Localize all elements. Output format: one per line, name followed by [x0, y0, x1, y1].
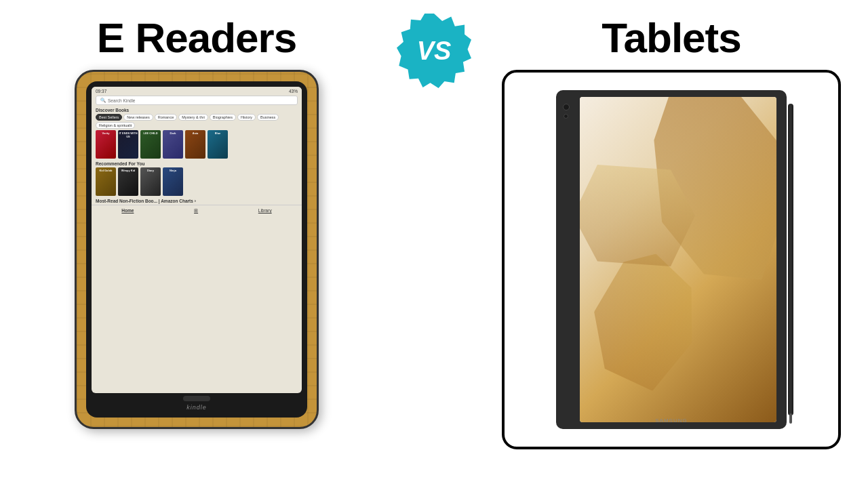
ereaders-title: E Readers	[97, 14, 296, 62]
tag-bestsellers[interactable]: Best Sellers	[96, 114, 122, 121]
kindle-search-placeholder: Search Kindle	[108, 98, 135, 103]
kindle-books-row1: Verity IT ENDS WITH US LEE CHILD Dark As	[92, 130, 302, 160]
book-6[interactable]: Blue	[208, 130, 228, 159]
kindle-inner: 09:37 43% 🔍 Search Kindle Discover Books…	[86, 81, 307, 418]
book-4[interactable]: Dark	[163, 130, 183, 159]
vs-label: VS	[417, 37, 452, 66]
search-icon: 🔍	[100, 98, 106, 103]
tablet-wallpaper	[580, 97, 776, 422]
book-1[interactable]: Verity	[96, 130, 116, 159]
book-3[interactable]: LEE CHILD	[140, 130, 161, 159]
kindle-tags: Best Sellers New releases Romance Myster…	[92, 114, 302, 130]
left-section: E Readers 09:37 43% 🔍 Search Kindle	[27, 14, 366, 429]
tablet-camera	[563, 104, 570, 110]
book-7[interactable]: Kid Golob	[96, 167, 116, 196]
stylus	[788, 104, 793, 415]
book-8[interactable]: Wimpy Kid	[118, 167, 138, 196]
nav-icon[interactable]: ⊞	[194, 208, 198, 214]
book-10[interactable]: Ninja	[163, 167, 183, 196]
kindle-discover-label: Discover Books	[92, 106, 302, 114]
vs-starburst: VS	[397, 14, 471, 88]
kindle-search-bar[interactable]: 🔍 Search Kindle	[96, 96, 298, 105]
tag-mystery[interactable]: Mystery & thri	[178, 114, 208, 121]
kindle-status-bar: 09:37 43%	[92, 87, 302, 94]
tag-bio[interactable]: Biographies	[210, 114, 236, 121]
tablet-body: SAMSUNG	[556, 90, 787, 429]
vs-badge: VS	[397, 14, 471, 88]
nav-library[interactable]: Library	[258, 208, 272, 214]
kindle-rec-label: Recommended For You	[92, 160, 302, 167]
tag-new[interactable]: New releases	[123, 114, 153, 121]
book-5[interactable]: Asia	[185, 130, 205, 159]
child-text: CHILD	[149, 131, 157, 135]
kindle-home-button[interactable]	[183, 396, 210, 401]
wallpaper-bg	[580, 97, 776, 422]
kindle-device: 09:37 43% 🔍 Search Kindle Discover Books…	[75, 70, 319, 429]
nav-home[interactable]: Home	[121, 208, 134, 214]
tag-history[interactable]: History	[237, 114, 256, 121]
wallpaper-shape2	[583, 245, 706, 396]
tag-romance[interactable]: Romance	[155, 114, 178, 121]
tag-business[interactable]: Business	[257, 114, 279, 121]
tablet-container: SAMSUNG	[502, 70, 841, 449]
kindle-logo: kindle	[92, 401, 302, 412]
tablets-title: Tablets	[601, 14, 741, 62]
book-9[interactable]: Diary	[140, 167, 161, 196]
stylus-tip	[789, 413, 792, 424]
tablet-screen	[580, 97, 776, 422]
kindle-most-read: Most-Read Non-Fiction Boo... | Amazon Ch…	[92, 197, 302, 205]
kindle-books-row2: Kid Golob Wimpy Kid Diary Ninja	[92, 167, 302, 197]
kindle-screen: 09:37 43% 🔍 Search Kindle Discover Books…	[92, 87, 302, 393]
main-layout: E Readers 09:37 43% 🔍 Search Kindle	[0, 0, 868, 488]
book-2[interactable]: IT ENDS WITH US	[118, 130, 138, 159]
tablet-brand: SAMSUNG	[655, 418, 687, 424]
right-section: Tablets	[502, 14, 841, 449]
kindle-time: 09:37	[96, 89, 106, 94]
tag-religion[interactable]: Religion & spiritualit	[96, 122, 135, 129]
kindle-bottom-nav: Home ⊞ Library	[92, 205, 302, 215]
tablet-camera2	[564, 114, 568, 119]
kindle-battery: 43%	[289, 89, 298, 94]
